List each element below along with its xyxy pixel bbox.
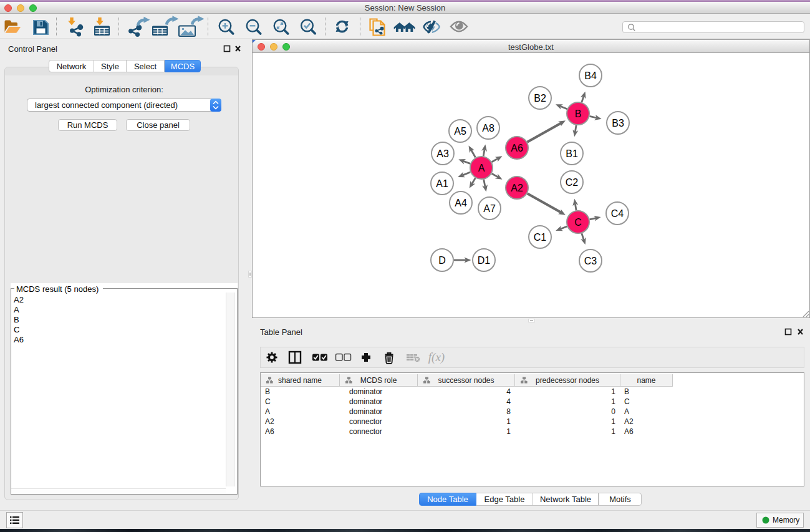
- svg-text:A7: A7: [483, 203, 496, 214]
- svg-text:D1: D1: [478, 255, 491, 266]
- svg-text:C4: C4: [611, 208, 624, 219]
- svg-text:D: D: [438, 255, 446, 266]
- svg-text:A3: A3: [436, 148, 449, 159]
- svg-text:B3: B3: [612, 118, 624, 128]
- svg-text:A6: A6: [511, 143, 523, 153]
- svg-text:A1: A1: [436, 178, 448, 189]
- svg-text:f(x): f(x): [428, 351, 445, 364]
- svg-text:Memory: Memory: [773, 516, 799, 525]
- svg-text:B: B: [575, 109, 582, 119]
- svg-text:C: C: [574, 217, 582, 228]
- svg-text:C3: C3: [584, 256, 597, 266]
- svg-text:A5: A5: [454, 126, 466, 137]
- svg-text:A4: A4: [455, 198, 467, 208]
- svg-text:C1: C1: [534, 232, 547, 243]
- svg-text:C2: C2: [566, 177, 579, 188]
- svg-text:B1: B1: [566, 148, 578, 159]
- svg-text:A8: A8: [482, 123, 494, 133]
- svg-text:A: A: [478, 163, 485, 173]
- svg-text:B4: B4: [584, 70, 597, 81]
- svg-text:B2: B2: [534, 93, 546, 104]
- svg-text:A2: A2: [511, 183, 523, 193]
